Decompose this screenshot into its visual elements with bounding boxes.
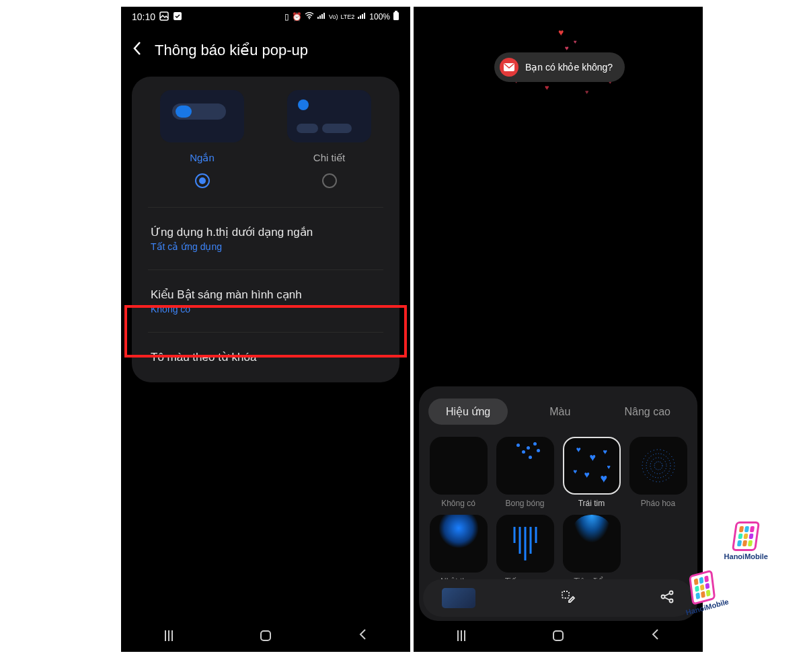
radio-short[interactable] xyxy=(195,173,210,188)
svg-point-15 xyxy=(650,458,666,474)
style-preview-detail xyxy=(287,90,371,142)
setting-edge-title: Kiểu Bật sáng màn hình cạnh xyxy=(151,288,381,302)
share-icon[interactable] xyxy=(660,589,675,607)
effect-eclipse[interactable]: Nhật thực xyxy=(428,515,488,586)
effect-thumb-focus xyxy=(563,515,621,573)
setting-keyword-title: Tô màu theo từ khóa xyxy=(151,350,381,364)
tab-color[interactable]: Màu xyxy=(532,399,588,425)
battery-icon xyxy=(393,11,399,23)
style-label-short: Ngắn xyxy=(190,152,215,164)
svg-point-16 xyxy=(646,454,670,478)
style-option-short[interactable]: Ngắn xyxy=(160,90,244,188)
svg-rect-10 xyxy=(364,13,365,19)
heart-icon: ♥ xyxy=(565,44,569,52)
effect-none[interactable]: Không có xyxy=(428,437,488,508)
mail-icon xyxy=(500,58,518,77)
screenshot-thumbnail[interactable] xyxy=(442,588,475,608)
radio-detail[interactable] xyxy=(322,173,337,188)
nav-back-button[interactable] xyxy=(651,628,659,644)
signal2-icon xyxy=(357,12,367,22)
check-icon xyxy=(173,11,182,23)
effect-echo[interactable]: Tiếng vọng xyxy=(495,515,555,586)
svg-rect-4 xyxy=(319,15,321,19)
svg-point-17 xyxy=(642,450,675,482)
nav-home-button[interactable] xyxy=(260,630,271,641)
settings-card: Ngắn Chi tiết Ứng dụng h.thị dưới dạng n… xyxy=(132,77,399,382)
page-header: Thông báo kiểu pop-up xyxy=(121,27,410,77)
effect-tabs: Hiệu ứng Màu Nâng cao xyxy=(428,398,688,425)
wifi-icon xyxy=(305,12,314,22)
svg-rect-18 xyxy=(562,591,569,598)
svg-rect-3 xyxy=(317,17,319,19)
effect-thumb-echo xyxy=(496,515,554,573)
divider xyxy=(148,207,383,208)
nav-back-button[interactable] xyxy=(358,628,367,644)
style-selector: Ngắn Chi tiết xyxy=(139,90,393,199)
effect-bubble[interactable]: Bong bóng xyxy=(495,437,555,508)
tab-advanced[interactable]: Nâng cao xyxy=(607,399,689,425)
logo-text-hanoi: Hanoi xyxy=(724,552,745,560)
svg-rect-12 xyxy=(395,11,397,12)
effect-label: Trái tim xyxy=(578,499,605,508)
svg-point-14 xyxy=(654,462,662,470)
setting-apps-sub: Tất cả ứng dụng xyxy=(151,241,381,252)
effect-focus[interactable]: Tiêu điểm xyxy=(562,515,621,586)
heart-icon: ♥ xyxy=(585,89,588,95)
heart-icon: ♥ xyxy=(574,39,577,45)
back-button[interactable] xyxy=(132,40,141,60)
hanoimobile-logo: HanoiMobile xyxy=(724,521,768,560)
volte-label: Vo) xyxy=(329,13,338,20)
effect-thumb-heart: ♥♥ ♥♥ ♥♥ ♥ xyxy=(563,437,621,495)
effect-thumb-bubble xyxy=(496,437,554,495)
svg-rect-8 xyxy=(360,15,361,19)
svg-rect-7 xyxy=(358,17,359,19)
divider xyxy=(148,269,383,270)
setting-edge-sub: Không có xyxy=(151,304,381,314)
effect-grid: Không có Bong bóng ♥♥ ♥♥ ♥♥ ♥ Trái tim xyxy=(428,437,688,586)
style-label-detail: Chi tiết xyxy=(313,152,345,164)
nav-recents-button[interactable] xyxy=(165,630,173,641)
heart-icon: ♥ xyxy=(558,27,564,38)
phone-left: 10:10 ▯ ⏰ Vo) LTE2 100% xyxy=(121,7,410,652)
effect-thumb-firework xyxy=(629,437,687,495)
status-bar: 10:10 ▯ ⏰ Vo) LTE2 100% xyxy=(121,7,410,27)
heart-icon: ♥ xyxy=(545,83,549,91)
svg-rect-6 xyxy=(323,13,325,19)
setting-apps-title: Ứng dụng h.thị dưới dạng ngắn xyxy=(151,225,381,239)
notification-text: Bạn có khỏe không? xyxy=(525,62,613,73)
effect-label: Bong bóng xyxy=(505,499,544,508)
effect-label: Không có xyxy=(441,499,475,508)
svg-rect-11 xyxy=(393,12,399,20)
nav-bar xyxy=(414,620,703,652)
nav-recents-button[interactable] xyxy=(457,630,465,641)
effect-heart[interactable]: ♥♥ ♥♥ ♥♥ ♥ Trái tim xyxy=(562,437,621,508)
effect-thumb-none xyxy=(430,437,488,495)
effect-thumb-eclipse xyxy=(430,515,488,573)
svg-point-2 xyxy=(309,18,310,19)
phone-right: ♥ ♥ ♥ ♥ ♥ ♥ ♥ Bạn có khỏe không? Hiệu ứn… xyxy=(414,7,703,652)
style-preview-short xyxy=(160,90,244,142)
setting-apps[interactable]: Ứng dụng h.thị dưới dạng ngắn Tất cả ứng… xyxy=(139,216,393,261)
tab-effect[interactable]: Hiệu ứng xyxy=(428,398,508,425)
status-time: 10:10 xyxy=(132,11,155,22)
lte-label: LTE2 xyxy=(340,13,354,20)
nav-bar xyxy=(121,620,410,652)
logo-text-mobile: Mobile xyxy=(744,552,768,560)
alarm-icon: ⏰ xyxy=(292,12,302,22)
svg-rect-5 xyxy=(321,14,323,19)
svg-rect-9 xyxy=(362,14,363,19)
nav-home-button[interactable] xyxy=(553,630,564,641)
setting-edge-lighting[interactable]: Kiểu Bật sáng màn hình cạnh Không có xyxy=(139,278,393,324)
style-option-detail[interactable]: Chi tiết xyxy=(287,90,371,188)
setting-keyword-color[interactable]: Tô màu theo từ khóa xyxy=(139,341,393,376)
card-icon: ▯ xyxy=(284,12,289,22)
signal-icon xyxy=(317,12,326,22)
divider xyxy=(148,332,383,333)
page-title: Thông báo kiểu pop-up xyxy=(155,42,308,59)
effect-label: Pháo hoa xyxy=(641,499,675,508)
notification-preview: Bạn có khỏe không? xyxy=(494,52,625,82)
effect-firework[interactable]: Pháo hoa xyxy=(628,437,688,508)
share-toolbar xyxy=(423,579,693,617)
image-icon xyxy=(159,11,169,23)
edit-icon[interactable] xyxy=(560,589,576,608)
